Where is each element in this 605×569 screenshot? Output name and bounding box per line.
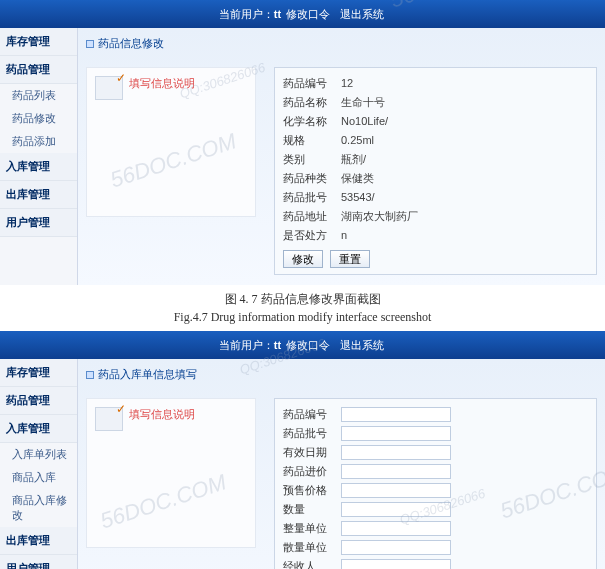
form-row: 药品批号: [283, 424, 588, 442]
button-bar: 修改 重置: [283, 250, 588, 268]
field-input[interactable]: [341, 521, 451, 536]
form-row: 药品进价: [283, 462, 588, 480]
form-row: 有效日期: [283, 443, 588, 461]
form-row: 散量单位: [283, 538, 588, 556]
current-user-label: 当前用户：: [219, 338, 274, 353]
figure-4-7: 当前用户： tt 修改口令 退出系统 库存管理 药品管理 药品列表 药品修改 药…: [0, 0, 605, 285]
topbar: 当前用户： tt 修改口令 退出系统: [0, 331, 605, 359]
field-label: 整量单位: [283, 521, 341, 536]
field-input[interactable]: [341, 407, 451, 422]
field-label: 药品编号: [283, 407, 341, 422]
note-panel: 填写信息说明: [86, 67, 256, 217]
field-input[interactable]: [341, 502, 451, 517]
sidebar-group-inbound[interactable]: 入库管理: [0, 415, 77, 443]
field-value: 保健类: [341, 171, 374, 186]
field-label: 药品批号: [283, 426, 341, 441]
reset-button[interactable]: 重置: [330, 250, 370, 268]
note-icon: [95, 76, 123, 100]
sidebar: 库存管理 药品管理 药品列表 药品修改 药品添加 入库管理 出库管理 用户管理: [0, 28, 78, 285]
form: 药品编号药品批号有效日期药品进价预售价格数量整量单位散量单位经收人 添加 重置: [274, 398, 597, 569]
note-icon: [95, 407, 123, 431]
field-input[interactable]: [341, 540, 451, 555]
square-icon: [86, 40, 94, 48]
form-row: 药品批号53543/: [283, 188, 588, 206]
form-row: 药品名称生命十号: [283, 93, 588, 111]
field-label: 类别: [283, 152, 341, 167]
field-value: n: [341, 229, 347, 241]
sidebar-group-inventory[interactable]: 库存管理: [0, 28, 77, 56]
sidebar-group-user[interactable]: 用户管理: [0, 555, 77, 569]
sidebar-item-goods-inbound[interactable]: 商品入库: [0, 466, 77, 489]
sidebar-group-inventory[interactable]: 库存管理: [0, 359, 77, 387]
field-value: 生命十号: [341, 95, 385, 110]
panel-title-text: 药品入库单信息填写: [98, 367, 197, 382]
form-row: 药品地址湖南农大制药厂: [283, 207, 588, 225]
submit-button[interactable]: 修改: [283, 250, 323, 268]
field-value: No10Life/: [341, 115, 388, 127]
sidebar-item-drug-add[interactable]: 药品添加: [0, 130, 77, 153]
square-icon: [86, 371, 94, 379]
sidebar-group-drug[interactable]: 药品管理: [0, 56, 77, 84]
sidebar-group-inbound[interactable]: 入库管理: [0, 153, 77, 181]
main-panel: 药品入库单信息填写 填写信息说明 药品编号药品批号有效日期药品进价预售价格数量整…: [78, 359, 605, 569]
topbar: 当前用户： tt 修改口令 退出系统: [0, 0, 605, 28]
change-password-link[interactable]: 修改口令: [286, 7, 330, 22]
field-value: 瓶剂/: [341, 152, 366, 167]
sidebar-group-outbound[interactable]: 出库管理: [0, 181, 77, 209]
sidebar-group-drug[interactable]: 药品管理: [0, 387, 77, 415]
panel-title: 药品信息修改: [86, 32, 597, 55]
field-label: 散量单位: [283, 540, 341, 555]
form-row: 经收人: [283, 557, 588, 569]
field-label: 药品地址: [283, 209, 341, 224]
field-input[interactable]: [341, 445, 451, 460]
form-row: 是否处方n: [283, 226, 588, 244]
note-title: 填写信息说明: [129, 76, 195, 91]
sidebar-group-outbound[interactable]: 出库管理: [0, 527, 77, 555]
logout-link[interactable]: 退出系统: [340, 7, 384, 22]
form-row: 药品编号12: [283, 74, 588, 92]
field-value: 12: [341, 77, 353, 89]
sidebar-item-goods-inbound-modify[interactable]: 商品入库修改: [0, 489, 77, 527]
current-user: tt: [274, 339, 281, 351]
form-row: 数量: [283, 500, 588, 518]
field-label: 药品编号: [283, 76, 341, 91]
field-label: 规格: [283, 133, 341, 148]
form-row: 规格0.25ml: [283, 131, 588, 149]
form: 药品编号12药品名称生命十号化学名称No10Life/规格0.25ml类别瓶剂/…: [274, 67, 597, 275]
field-label: 经收人: [283, 559, 341, 570]
note-title: 填写信息说明: [129, 407, 195, 422]
field-label: 药品种类: [283, 171, 341, 186]
current-user-label: 当前用户：: [219, 7, 274, 22]
change-password-link[interactable]: 修改口令: [286, 338, 330, 353]
field-input[interactable]: [341, 483, 451, 498]
caption-en: Fig.4.7 Drug information modify interfac…: [0, 310, 605, 331]
sidebar-item-drug-list[interactable]: 药品列表: [0, 84, 77, 107]
field-label: 数量: [283, 502, 341, 517]
form-row: 预售价格: [283, 481, 588, 499]
field-label: 药品进价: [283, 464, 341, 479]
form-row: 药品编号: [283, 405, 588, 423]
field-label: 药品批号: [283, 190, 341, 205]
sidebar-group-user[interactable]: 用户管理: [0, 209, 77, 237]
caption-zh: 图 4. 7 药品信息修改界面截图: [0, 285, 605, 310]
logout-link[interactable]: 退出系统: [340, 338, 384, 353]
note-panel: 填写信息说明: [86, 398, 256, 548]
sidebar-item-drug-modify[interactable]: 药品修改: [0, 107, 77, 130]
field-value: 53543/: [341, 191, 375, 203]
field-input[interactable]: [341, 426, 451, 441]
form-row: 类别瓶剂/: [283, 150, 588, 168]
sidebar-item-inbound-list[interactable]: 入库单列表: [0, 443, 77, 466]
field-label: 化学名称: [283, 114, 341, 129]
field-input[interactable]: [341, 559, 451, 570]
field-value: 0.25ml: [341, 134, 374, 146]
panel-title: 药品入库单信息填写: [86, 363, 597, 386]
main-panel: 药品信息修改 填写信息说明 药品编号12药品名称生命十号化学名称No10Life…: [78, 28, 605, 285]
field-value: 湖南农大制药厂: [341, 209, 418, 224]
field-label: 药品名称: [283, 95, 341, 110]
figure-4-8: 当前用户： tt 修改口令 退出系统 库存管理 药品管理 入库管理 入库单列表 …: [0, 331, 605, 569]
form-row: 整量单位: [283, 519, 588, 537]
form-row: 药品种类保健类: [283, 169, 588, 187]
field-label: 有效日期: [283, 445, 341, 460]
panel-title-text: 药品信息修改: [98, 36, 164, 51]
field-input[interactable]: [341, 464, 451, 479]
